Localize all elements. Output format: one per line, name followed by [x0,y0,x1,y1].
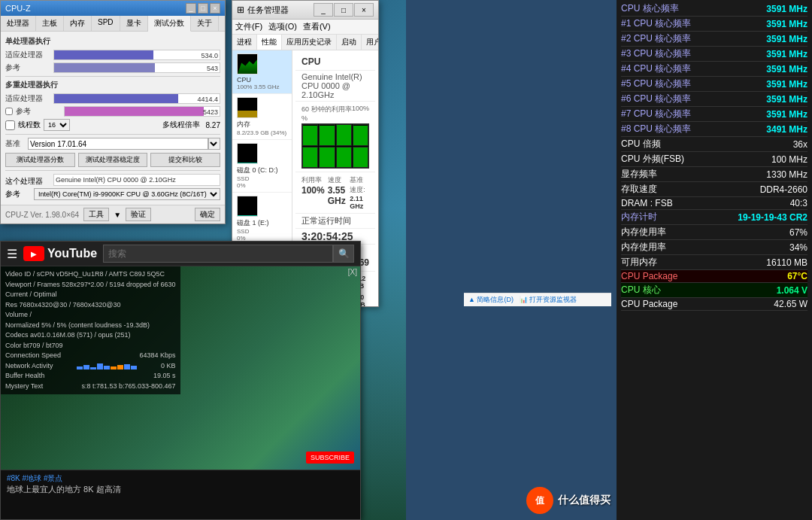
cpuz-verify-btn[interactable]: 验证 [126,208,151,221]
bar-2 [83,365,89,369]
stability-btn[interactable]: 测试处理器稳定度 [78,153,148,167]
video-close-btn[interactable]: [X] [348,268,357,276]
mem-used-value: 34% [789,242,807,253]
taskman-monitor-btn[interactable]: 📊 打开资源监视器 [520,295,577,305]
single-ref-bar-fill [54,63,155,72]
cpu-detail-title: CPU [295,53,375,71]
cpu4-freq-label: #4 CPU 核心频率 [621,62,691,75]
youtube-search-input[interactable] [103,245,333,263]
multi-ref-value: 5423 [203,107,218,117]
tab-users[interactable]: 用户 [362,35,378,50]
tab-startup[interactable]: 启动 [337,35,362,50]
mem-mini-chart [237,97,258,118]
cpu-freq-value: 3591 MHz [766,4,807,14]
cpu1-freq-label: #1 CPU 核心频率 [621,17,691,30]
tab-process[interactable]: 进程 [232,35,257,50]
tab-benchmark[interactable]: 测试分数 [148,16,191,32]
network-value: 0 KB [161,361,176,372]
threads-checkbox[interactable] [5,120,15,130]
mem-graph-mini [238,98,257,117]
youtube-logo[interactable]: YouTube [23,246,97,261]
core3-fill [337,125,351,144]
list-item-disk0[interactable]: 磁盘 0 (C: D:) SSD0% [232,140,292,193]
tab-gpu[interactable]: 显卡 [120,16,148,31]
bar-9 [131,366,137,369]
tab-about[interactable]: 关于 [191,16,219,31]
conn-speed-row: Connection Speed 64384 Kbps [5,351,176,361]
threads-label: 线程数 [18,120,41,130]
cpu8-freq-row: #8 CPU 核心频率 3491 MHz [621,122,807,137]
video-stats-overlay: Video ID / sCPN vD5HQ_Uu1R8 / AMTS C89J … [1,266,180,394]
mem-avail-value: 16110 MB [766,257,807,268]
cpu-fsb-row: CPU 外频(FSB) 100 MHz [621,152,807,167]
disk1-list-label: 磁盘 1 (E:) [237,218,287,228]
bar-6 [111,366,117,369]
cpu-core-graph-5 [302,147,318,169]
cpu-graph-mini-line [238,58,257,74]
youtube-window: ☰ YouTube 🔍 Video ID / sCPN vD5HQ_Uu1R8 … [0,241,361,520]
watermark-text: 什么值得买 [558,494,611,507]
uptime-label: 正常运行时间 [301,216,351,225]
taskman-brief-btn[interactable]: ▲ 简略信息(D) [468,295,514,305]
ref-processor-select[interactable]: Intel(R) Core(TM) i9-9900KF CPU @ 3.60GH… [34,188,220,200]
cpuz-close-btn[interactable]: × [210,3,220,14]
cpuz-maximize-btn[interactable]: □ [198,3,208,14]
dram-fsb-row: DRAM : FSB 40:3 [621,197,807,210]
youtube-logo-icon [23,246,44,261]
cpuz-minimize-btn[interactable]: _ [186,3,196,14]
list-item-cpu[interactable]: CPU 100% 3.55 GHz [232,50,292,94]
taskman-minimize-btn[interactable]: _ [314,3,333,17]
taskman-menu-view[interactable]: 查看(V) [303,21,331,32]
cpu5-freq-label: #5 CPU 核心频率 [621,78,691,90]
ref-checkbox[interactable] [5,108,13,115]
connection-bars [77,362,137,369]
taskman-title-area: ⊞ 任务管理器 [237,5,289,16]
cpu3-freq-label: #3 CPU 核心频率 [621,47,691,60]
taskman-close-btn[interactable]: × [354,3,374,17]
bar-3 [90,367,96,369]
tab-history[interactable]: 应用历史记录 [282,35,337,50]
submit-btn[interactable]: 提交和比较 [150,153,220,167]
cpu-list-sublabel: 100% 3.55 GHz [237,84,287,90]
multi-current-value: 4414.4 [197,94,218,105]
stat-speed: 速度 3.55 GHz [328,175,347,210]
rate-value: 8.27 [206,121,220,129]
color-line: Color bt709 / bt709 [5,341,176,351]
tab-mainboard[interactable]: 主板 [36,16,64,31]
taskman-titlebar: ⊞ 任务管理器 _ □ × [232,1,378,20]
cpu2-freq-label: #2 CPU 核心频率 [621,32,691,45]
tab-spd[interactable]: SPD [92,16,120,31]
threads-select[interactable]: 16 [44,119,70,131]
list-item-disk1[interactable]: 磁盘 1 (E:) SSD0% [232,193,292,245]
taskman-maximize-btn[interactable]: □ [334,3,353,17]
youtube-search-button[interactable]: 🔍 [333,245,354,263]
cpu-core-graph-6 [319,147,335,169]
cpuz-tool-btn[interactable]: 工具 [83,208,109,221]
disk0-mini-chart [237,143,258,164]
taskman-menu-file[interactable]: 文件(F) [235,21,262,32]
youtube-hamburger-icon[interactable]: ☰ [7,247,17,261]
test-processor-btn[interactable]: 测试处理器分数 [5,153,75,167]
network-row: Network Activity 0 KB [5,361,176,372]
util-value: 100% [301,185,325,196]
cpu4-freq-row: #4 CPU 核心频率 3591 MHz [621,62,807,77]
tab-memory[interactable]: 内存 [64,16,92,31]
cpu-core-graph-4 [353,124,368,146]
video-tags: #8K #地球 #景点 [7,473,354,484]
base-input[interactable] [28,138,208,150]
cpuz-title: CPU-Z [5,4,31,13]
bar-7 [117,365,123,369]
video-subscribe-btn[interactable]: SUBSCRIBE [306,452,354,464]
list-item-memory[interactable]: 内存 8.2/23.9 GB (34%) [232,94,292,140]
single-ref-value: 543 [207,63,218,74]
cpu-pkg-temp-row: CPU Package 67°C [621,270,807,283]
mem-list-label: 内存 [237,120,287,129]
tab-processor[interactable]: 处理器 [1,16,36,31]
cpu-core-volt-row: CPU 核心 1.064 V [621,283,807,298]
cpuz-confirm-btn[interactable]: 确定 [195,208,220,221]
cpu-multi-row: CPU 倍频 36x [621,137,807,152]
base-select[interactable]: ▼ [208,138,220,150]
taskman-menu-options[interactable]: 选项(O) [268,21,297,32]
tab-performance[interactable]: 性能 [257,35,282,50]
cpu-core-graph-1 [302,124,318,146]
